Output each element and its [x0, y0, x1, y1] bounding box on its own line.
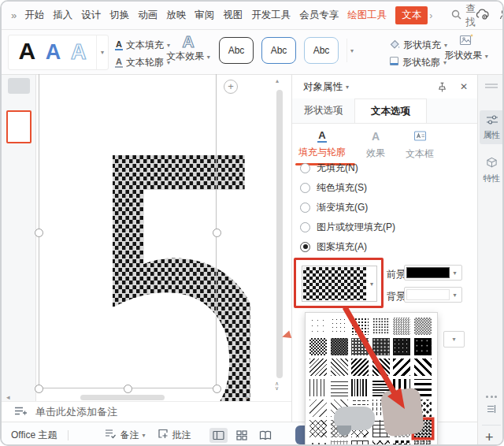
- menu-tab[interactable]: 会员专享: [299, 9, 339, 22]
- selection-handle-mid-right[interactable]: [213, 229, 221, 237]
- pattern-swatch[interactable]: [331, 338, 348, 355]
- hscroll-right-arrow[interactable]: ▸: [246, 393, 250, 401]
- stack-tool-icon[interactable]: [486, 403, 497, 418]
- pattern-swatch[interactable]: [351, 379, 369, 396]
- text-fill-button[interactable]: A 文本填充 ▾: [115, 38, 170, 52]
- invite-user-icon[interactable]: [499, 9, 504, 22]
- panel-title[interactable]: 对象属性: [303, 80, 343, 94]
- foreground-color-dropdown[interactable]: ▾: [404, 265, 462, 281]
- page-up-down-buttons[interactable]: ∧∨: [275, 381, 279, 391]
- menu-overflow-chevron[interactable]: ›: [429, 10, 432, 21]
- pattern-swatch[interactable]: [414, 359, 432, 376]
- menu-tab[interactable]: 绘图工具: [347, 9, 387, 22]
- normal-view-button[interactable]: [209, 428, 228, 443]
- pattern-swatch[interactable]: [351, 318, 369, 335]
- background-color-dropdown[interactable]: ▾: [404, 287, 462, 303]
- add-widget-button[interactable]: +: [485, 429, 494, 446]
- subtab-effects[interactable]: A 效果: [365, 130, 387, 161]
- slide-sorter-view-button[interactable]: [233, 428, 250, 443]
- hscroll-left-arrow[interactable]: ◂: [6, 393, 10, 401]
- sidebar-drag-handle[interactable]: [485, 84, 498, 88]
- pattern-swatch[interactable]: [393, 318, 410, 335]
- menu-tab[interactable]: 动画: [138, 9, 158, 22]
- shape-style-preset[interactable]: Abc: [304, 37, 339, 64]
- notes-bar[interactable]: 单击此处添加备注: [2, 401, 291, 422]
- theme-label[interactable]: Office 主题: [11, 429, 57, 442]
- font-style-preset[interactable]: A: [19, 39, 36, 63]
- pin-panel-icon[interactable]: [437, 82, 447, 92]
- menu-tab[interactable]: 插入: [53, 9, 72, 22]
- pattern-swatch[interactable]: [309, 420, 327, 437]
- panel-tab[interactable]: 文本选项: [354, 98, 427, 123]
- cloud-sync-icon[interactable]: [476, 9, 489, 22]
- menu-tab[interactable]: 设计: [81, 9, 101, 22]
- fill-option[interactable]: 图案填充(A): [300, 240, 395, 254]
- fill-option[interactable]: 纯色填充(S): [300, 180, 395, 195]
- menu-tab[interactable]: 文本: [395, 6, 428, 24]
- sidebar-tab-properties[interactable]: 属性: [480, 110, 504, 144]
- pattern-swatch[interactable]: [309, 379, 327, 396]
- pattern-swatch[interactable]: [309, 440, 327, 446]
- panel-tab[interactable]: 形状选项: [292, 98, 354, 123]
- pattern-swatch[interactable]: [414, 440, 432, 446]
- shape-style-preset[interactable]: Abc: [261, 37, 296, 64]
- menu-tab[interactable]: 审阅: [195, 9, 214, 22]
- pattern-swatch[interactable]: [309, 338, 327, 355]
- fill-option[interactable]: 无填充(N): [300, 161, 395, 175]
- pattern-swatch[interactable]: [414, 338, 432, 355]
- pattern-swatch[interactable]: [372, 318, 390, 335]
- subtab-textbox[interactable]: 文本框: [404, 130, 435, 161]
- pattern-swatch[interactable]: [372, 359, 390, 376]
- selection-handle-mid-left[interactable]: [35, 229, 43, 237]
- text-effects-button[interactable]: A 文本效果 ▾: [164, 33, 213, 63]
- pattern-swatch[interactable]: [414, 318, 432, 335]
- shape-effects-button[interactable]: 形状效果 ▾: [439, 33, 493, 62]
- panel-title-dropdown-icon[interactable]: ▾: [346, 84, 349, 91]
- vscroll-up-arrow[interactable]: ▴: [276, 77, 279, 84]
- pattern-swatch[interactable]: [351, 440, 369, 446]
- shape-outline-button[interactable]: 形状轮廓 ▾: [389, 55, 447, 69]
- selection-handle-bottom-center[interactable]: [124, 385, 132, 393]
- fill-option[interactable]: 渐变填充(G): [300, 200, 395, 214]
- menu-tab[interactable]: 开始: [24, 9, 44, 22]
- pattern-swatch[interactable]: [372, 440, 390, 446]
- pattern-swatch[interactable]: [393, 440, 410, 446]
- pattern-swatch[interactable]: [309, 400, 327, 417]
- pattern-swatch[interactable]: [351, 338, 369, 355]
- font-style-preset[interactable]: A: [46, 42, 61, 63]
- shape-fill-button[interactable]: 形状填充 ▾: [389, 38, 447, 52]
- menu-tab[interactable]: 视图: [223, 9, 243, 22]
- text-outline-button[interactable]: A 文本轮廓 ▾: [115, 55, 170, 69]
- sidebar-tab-features[interactable]: 特性: [480, 153, 504, 188]
- menu-tab[interactable]: 切换: [109, 9, 129, 22]
- fill-option[interactable]: 图片或纹理填充(P): [300, 220, 395, 234]
- pattern-swatch[interactable]: [372, 338, 390, 355]
- pattern-picker-dropdown[interactable]: ▾: [302, 266, 377, 302]
- pattern-swatch[interactable]: [331, 440, 348, 446]
- font-gallery-dropdown[interactable]: ▾: [96, 35, 108, 69]
- pattern-swatch[interactable]: [309, 318, 327, 335]
- pattern-swatch[interactable]: [331, 318, 348, 335]
- comments-button[interactable]: 批注: [158, 429, 191, 442]
- reading-view-button[interactable]: [256, 428, 275, 443]
- overflow-menu-icon[interactable]: »: [11, 9, 17, 21]
- new-slide-button[interactable]: +: [224, 80, 238, 94]
- font-style-preset[interactable]: A: [71, 42, 87, 63]
- thumbnail-collapsed-box[interactable]: [8, 78, 30, 94]
- close-panel-icon[interactable]: ✕: [460, 81, 468, 92]
- secondary-dropdown[interactable]: ▾: [443, 331, 465, 348]
- pattern-swatch[interactable]: [309, 359, 327, 376]
- shape-style-preset[interactable]: Abc: [219, 37, 254, 64]
- menu-tab[interactable]: 放映: [166, 9, 186, 22]
- pattern-swatch[interactable]: [393, 338, 410, 355]
- selection-handle-bottom-right[interactable]: [213, 385, 221, 393]
- menu-tab[interactable]: 开发工具: [251, 9, 291, 22]
- pattern-swatch[interactable]: [393, 359, 410, 376]
- pattern-swatch[interactable]: [331, 359, 348, 376]
- shape-gallery-dropdown[interactable]: ▾: [346, 39, 354, 62]
- slide-thumbnail-selected[interactable]: [6, 110, 32, 143]
- pattern-swatch[interactable]: [331, 379, 348, 396]
- pattern-swatch[interactable]: [351, 359, 369, 376]
- search-control[interactable]: 查找: [451, 2, 476, 29]
- selection-handle-bottom-left[interactable]: [35, 385, 43, 393]
